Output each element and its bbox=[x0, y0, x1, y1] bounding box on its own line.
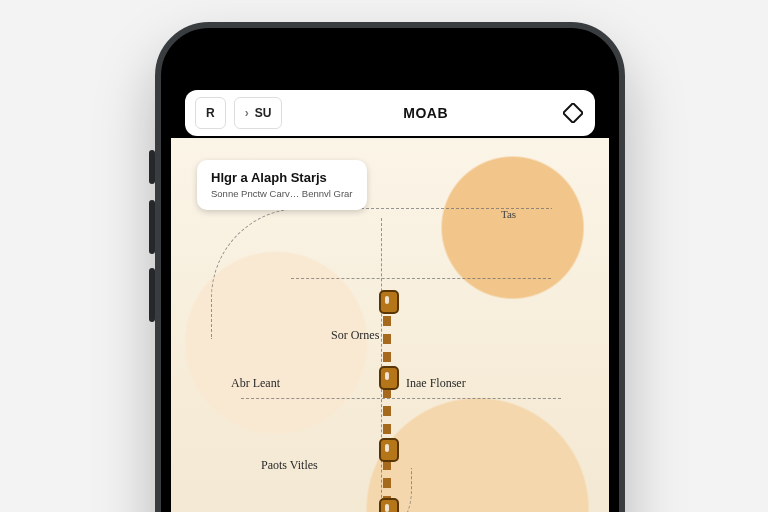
battery-icon bbox=[563, 56, 587, 68]
phone-notch bbox=[302, 38, 478, 74]
map-pin-icon[interactable] bbox=[379, 290, 399, 314]
signal-icon bbox=[539, 56, 557, 68]
search-bar[interactable]: R › SU MOAB bbox=[185, 90, 595, 136]
place-info-title: Hlgr a Alaph Starjs bbox=[211, 170, 353, 185]
filter-chip-su-label: SU bbox=[255, 106, 272, 120]
phone-screen: 12:32 R › SU MOAB bbox=[171, 38, 609, 512]
svg-rect-3 bbox=[563, 103, 583, 123]
map-road bbox=[241, 398, 561, 400]
map-label: Paots Vitles bbox=[261, 458, 318, 473]
place-info-subtitle: Sonne Pnctw Carv… Bennvl Grar bbox=[211, 188, 353, 200]
svg-rect-1 bbox=[565, 59, 579, 65]
filter-chip-r-label: R bbox=[206, 106, 215, 120]
filter-chip-r[interactable]: R bbox=[195, 97, 226, 129]
map-label: Sor Ornes bbox=[331, 328, 379, 343]
status-time: 12:32 bbox=[193, 52, 239, 73]
map-road bbox=[291, 278, 551, 280]
map-pin-icon[interactable] bbox=[379, 366, 399, 390]
map-pin-icon[interactable] bbox=[379, 498, 399, 512]
route-line bbox=[383, 298, 391, 512]
map-label: Abr Leant bbox=[231, 376, 280, 391]
map-label: Tas bbox=[501, 208, 516, 220]
phone-frame: 12:32 R › SU MOAB bbox=[155, 22, 625, 512]
directions-icon[interactable] bbox=[561, 101, 585, 125]
location-title: MOAB bbox=[290, 105, 561, 121]
filter-chip-su[interactable]: › SU bbox=[234, 97, 283, 129]
map-label: Inae Flonser bbox=[406, 376, 466, 391]
place-info-card[interactable]: Hlgr a Alaph Starjs Sonne Pnctw Carv… Be… bbox=[197, 160, 367, 210]
chevron-right-icon: › bbox=[245, 106, 249, 120]
map-pin-icon[interactable] bbox=[379, 438, 399, 462]
svg-rect-2 bbox=[584, 60, 586, 64]
